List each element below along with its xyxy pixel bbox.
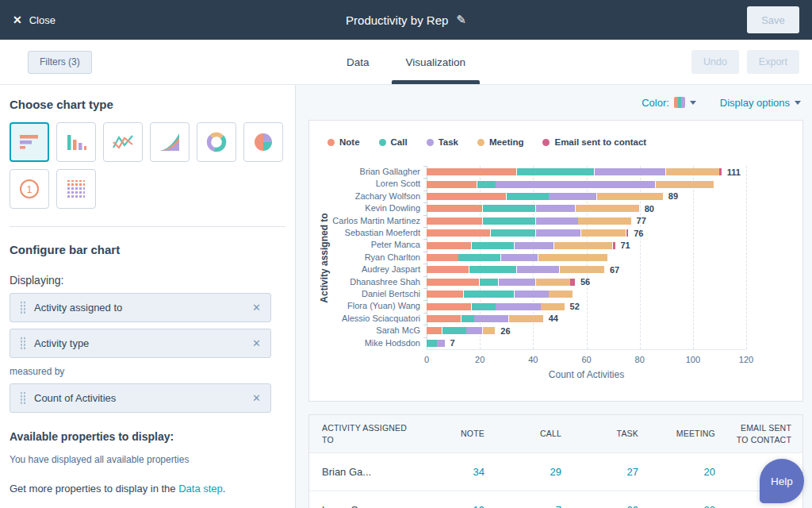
bar-segment[interactable] [515,242,554,249]
bar-segment[interactable] [517,266,559,273]
bar-segment[interactable] [515,291,549,298]
bar-segment[interactable] [437,340,444,347]
stacked-bar[interactable]: 76 [427,229,643,237]
bar-segment[interactable] [427,229,490,237]
bar-segment[interactable] [538,254,607,261]
bar-segment[interactable] [578,217,630,225]
bar-segment[interactable] [427,181,477,188]
chart-type-area-button[interactable] [150,122,190,162]
drag-handle-icon[interactable] [20,391,26,405]
value-cell[interactable]: 19 [420,491,497,508]
bar-segment[interactable] [427,242,471,249]
bar-segment[interactable] [549,193,596,200]
legend-item[interactable]: Task [427,137,458,147]
bar-segment[interactable] [499,279,535,286]
bar-segment[interactable] [507,193,549,200]
bar-segment[interactable] [427,279,479,286]
bar-segment[interactable] [496,181,655,188]
filters-button[interactable]: Filters (3) [28,51,92,74]
bar-segment[interactable] [536,229,580,237]
bar-segment[interactable] [613,242,615,249]
bar-segment[interactable] [554,242,612,249]
stacked-bar[interactable]: 7 [427,340,455,347]
color-dropdown[interactable]: Color: [642,97,696,109]
stacked-bar[interactable]: 44 [427,315,558,322]
bar-segment[interactable] [483,327,496,334]
bar-segment[interactable] [472,242,514,249]
stacked-bar[interactable]: 77 [427,217,646,225]
bar-segment[interactable] [427,303,471,310]
bar-segment[interactable] [466,327,481,334]
bar-segment[interactable] [427,254,458,261]
legend-item[interactable]: Email sent to contact [542,137,646,147]
value-cell[interactable]: 60 [574,491,651,508]
value-cell[interactable]: 7 [497,491,574,508]
stacked-bar[interactable]: 71 [427,242,630,249]
bar-segment[interactable] [597,193,663,200]
undo-button[interactable]: Undo [691,50,739,74]
bar-segment[interactable] [427,217,482,225]
remove-field-icon[interactable]: ✕ [252,392,261,404]
bar-segment[interactable] [477,181,496,188]
bar-segment[interactable] [576,205,639,212]
bar-segment[interactable] [501,254,538,261]
value-cell[interactable]: 29 [497,453,574,491]
stacked-bar[interactable]: 89 [427,193,678,200]
remove-field-icon[interactable]: ✕ [252,302,261,314]
bar-segment[interactable] [541,303,564,310]
bar-segment[interactable] [458,254,500,261]
chart-type-donut-button[interactable] [197,122,236,162]
drag-handle-icon[interactable] [20,337,26,350]
tab-visualization[interactable]: Visualization [405,40,465,84]
bar-segment[interactable] [509,315,543,322]
tab-data[interactable]: Data [347,40,370,84]
value-cell[interactable]: 20 [651,453,728,491]
bar-segment[interactable] [536,217,578,225]
bar-segment[interactable] [595,168,666,175]
edit-title-icon[interactable]: ✎ [456,13,466,27]
bar-segment[interactable] [483,217,535,225]
close-button[interactable]: ✕ Close [13,14,56,26]
legend-item[interactable]: Note [327,137,360,147]
value-cell[interactable]: 34 [420,453,497,491]
bar-segment[interactable] [496,303,540,310]
bar-segment[interactable] [719,168,722,175]
bar-segment[interactable] [581,229,626,237]
stacked-bar[interactable]: 26 [427,327,511,334]
stacked-bar[interactable] [427,181,714,188]
bar-segment[interactable] [442,327,465,334]
stacked-bar[interactable] [427,254,607,261]
bar-segment[interactable] [491,229,535,237]
bar-segment[interactable] [549,291,572,298]
chart-type-summary-button[interactable]: 1 [10,169,49,209]
stacked-bar[interactable]: 52 [427,303,580,310]
bar-segment[interactable] [427,340,437,347]
bar-segment[interactable] [666,168,718,175]
drag-handle-icon[interactable] [20,301,26,314]
value-cell[interactable]: 22 [651,491,728,508]
bar-segment[interactable] [483,205,535,212]
bar-segment[interactable] [427,315,461,322]
bar-segment[interactable] [517,168,594,175]
bar-segment[interactable] [536,279,570,286]
bar-segment[interactable] [427,327,442,334]
field-pill[interactable]: Count of Activities✕ [10,383,271,413]
chart-type-table-button[interactable] [56,169,96,209]
bar-segment[interactable] [469,266,517,273]
export-button[interactable]: Export [747,50,799,74]
bar-segment[interactable] [656,181,714,188]
help-button[interactable]: Help [760,459,804,503]
bar-segment[interactable] [427,168,516,175]
bar-segment[interactable] [427,205,482,212]
bar-segment[interactable] [570,279,575,286]
bar-segment[interactable] [427,291,463,298]
bar-segment[interactable] [472,303,495,310]
bar-segment[interactable] [480,279,498,286]
remove-field-icon[interactable]: ✕ [252,337,261,349]
save-button[interactable]: Save [747,6,799,33]
bar-segment[interactable] [474,315,508,322]
chart-type-pie-button[interactable] [243,122,283,162]
stacked-bar[interactable]: 80 [427,205,654,212]
legend-item[interactable]: Call [379,137,408,147]
bar-segment[interactable] [626,229,629,237]
